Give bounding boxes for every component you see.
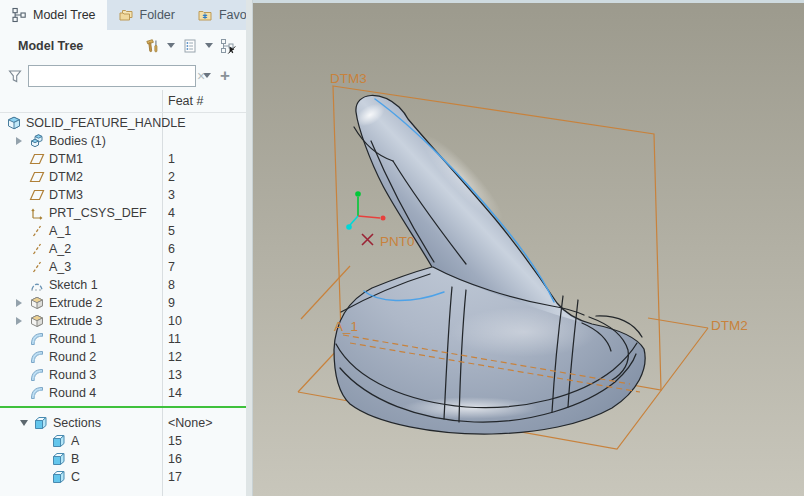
tree-area: Feat # SOLID_FEATURE_HANDLE Bodies (1) D… (0, 90, 246, 496)
tree-item-icon (29, 385, 45, 401)
tree-item-icon (29, 187, 45, 203)
add-filter-button[interactable]: + (218, 67, 232, 84)
tree-row[interactable]: SOLID_FEATURE_HANDLE (0, 114, 246, 132)
feat-number: 13 (168, 368, 182, 382)
tree-tools-button[interactable] (142, 36, 162, 56)
tree-row[interactable]: C 17 (0, 468, 246, 486)
tree-row[interactable]: Sketch 1 8 (0, 276, 246, 294)
tree-row[interactable]: Round 2 12 (0, 348, 246, 366)
panel-header: Model Tree (0, 30, 246, 61)
feat-number: 12 (168, 350, 182, 364)
tree-item-label: Round 1 (49, 332, 96, 346)
tree-row[interactable]: Bodies (1) (0, 132, 246, 150)
tree-row[interactable]: Round 1 11 (0, 330, 246, 348)
tree-item-label: A (71, 434, 79, 448)
display-options-icon (182, 38, 198, 54)
expander-icon[interactable] (16, 299, 22, 307)
filter-row: × + (0, 61, 246, 90)
tree-row[interactable]: A 15 (0, 432, 246, 450)
tree-row[interactable]: DTM1 1 (0, 150, 246, 168)
show-tree-columns-button[interactable] (218, 36, 238, 56)
expander-icon[interactable] (16, 317, 22, 325)
funnel-icon[interactable] (7, 68, 23, 84)
feat-number: 3 (168, 188, 175, 202)
tree-row[interactable]: A_1 5 (0, 222, 246, 240)
3d-viewport[interactable]: DTM3 DTM2 A_1 PNT0 (253, 0, 804, 496)
panel-title: Model Tree (18, 39, 83, 53)
filter-input[interactable] (29, 67, 192, 85)
viewport-top-strip (253, 0, 804, 3)
tree-row[interactable]: Extrude 3 10 (0, 312, 246, 330)
tree-row[interactable]: DTM2 2 (0, 168, 246, 186)
expander-icon[interactable] (16, 137, 22, 145)
tree-row[interactable]: A_3 7 (0, 258, 246, 276)
tree-item-icon (29, 277, 45, 293)
dtm3-label[interactable]: DTM3 (330, 71, 367, 86)
tree-header-divider (0, 112, 246, 113)
tree-item-label: Round 3 (49, 368, 96, 382)
tree-item-label: Sketch 1 (49, 278, 98, 292)
tree-item-label: Bodies (1) (49, 134, 106, 148)
feat-number: 8 (168, 278, 175, 292)
display-options-dropdown-icon[interactable] (205, 43, 213, 48)
tree-item-label: A_1 (49, 224, 71, 238)
tree-item-icon (29, 151, 45, 167)
tree-rows: SOLID_FEATURE_HANDLE Bodies (1) DTM1 1 D… (0, 114, 246, 486)
panel-toolbar (142, 36, 246, 56)
tree-item-label: DTM3 (49, 188, 83, 202)
tab-label: Model Tree (33, 8, 96, 22)
tree-item-icon (29, 223, 45, 239)
tree-row[interactable]: B 16 (0, 450, 246, 468)
show-columns-icon (220, 38, 236, 54)
clear-filter-icon[interactable]: × (192, 69, 210, 83)
tree-item-icon (51, 433, 67, 449)
tree-tools-dropdown-icon[interactable] (167, 43, 175, 48)
feat-number: 2 (168, 170, 175, 184)
feat-number: 9 (168, 296, 175, 310)
model-tree-panel: Model Tree Folder Favorit Model Tree (0, 0, 246, 496)
tree-row[interactable]: Extrude 2 9 (0, 294, 246, 312)
panel-tab-bar: Model Tree Folder Favorit (0, 0, 246, 30)
dtm2-label[interactable]: DTM2 (711, 318, 748, 333)
tree-row[interactable]: DTM3 3 (0, 186, 246, 204)
insert-here-indicator[interactable] (0, 406, 246, 408)
tree-item-icon (29, 367, 45, 383)
tree-item-icon (29, 205, 45, 221)
tree-item-icon (6, 115, 22, 131)
tree-item-label: PRT_CSYS_DEF (49, 206, 147, 220)
tab-favorites[interactable]: Favorit (186, 0, 246, 30)
display-options-button[interactable] (180, 36, 200, 56)
panel-splitter[interactable] (246, 0, 253, 496)
tree-item-label: DTM2 (49, 170, 83, 184)
tree-item-label: C (71, 470, 80, 484)
tree-item-label: DTM1 (49, 152, 83, 166)
feat-number: <None> (168, 416, 212, 430)
expander-icon[interactable] (20, 420, 28, 426)
tree-row[interactable]: Round 3 13 (0, 366, 246, 384)
tree-row[interactable]: Sections <None> (0, 414, 246, 432)
tab-folder-browser[interactable]: Folder (107, 0, 186, 30)
feat-number: 15 (168, 434, 182, 448)
feat-number: 14 (168, 386, 182, 400)
a1-axis-label[interactable]: A_1 (334, 319, 358, 334)
tree-row[interactable]: A_2 6 (0, 240, 246, 258)
tree-item-icon (29, 349, 45, 365)
tree-item-label: Extrude 3 (49, 314, 103, 328)
pnt0-label[interactable]: PNT0 (380, 234, 415, 249)
tree-item-label: A_2 (49, 242, 71, 256)
tree-row[interactable]: Round 4 14 (0, 384, 246, 402)
tree-item-label: Round 2 (49, 350, 96, 364)
tree-item-label: Sections (53, 416, 101, 430)
tree-item-label: Round 4 (49, 386, 96, 400)
feat-number: 4 (168, 206, 175, 220)
feat-number: 5 (168, 224, 175, 238)
tree-row[interactable]: PRT_CSYS_DEF 4 (0, 204, 246, 222)
feat-number: 17 (168, 470, 182, 484)
tree-item-icon (29, 169, 45, 185)
tree-item-label: Extrude 2 (49, 296, 103, 310)
tree-item-icon (29, 295, 45, 311)
feat-number: 16 (168, 452, 182, 466)
tab-model-tree[interactable]: Model Tree (0, 0, 107, 30)
tree-item-icon (51, 451, 67, 467)
tree-item-icon (29, 133, 45, 149)
